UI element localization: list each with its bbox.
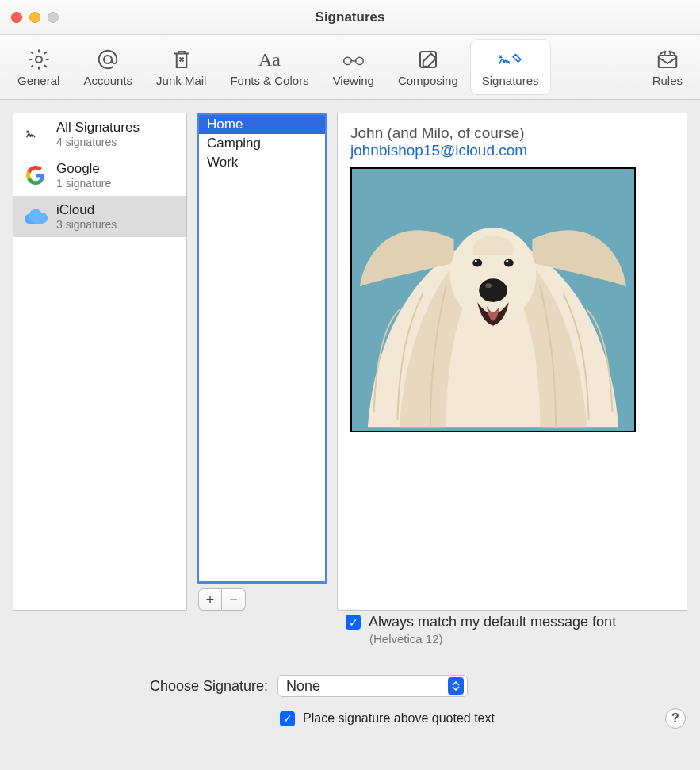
match-font-detail: (Helvetica 12) — [369, 632, 686, 645]
preferences-toolbar: General Accounts Junk Mail Aa Fonts & Co… — [0, 35, 700, 100]
choose-signature-select[interactable]: None — [277, 675, 468, 697]
signature-preview[interactable]: John (and Milo, of course) johnbishop15@… — [337, 113, 687, 611]
preview-line-1: John (and Milo, of course) — [350, 125, 674, 142]
match-font-checkbox[interactable]: ✓ — [346, 615, 361, 630]
tab-accounts[interactable]: Accounts — [72, 40, 143, 94]
tab-fonts-colors[interactable]: Aa Fonts & Colors — [219, 40, 319, 94]
svg-point-1 — [104, 56, 112, 63]
add-remove-controls: + − — [197, 584, 327, 611]
place-above-checkbox[interactable]: ✓ — [280, 711, 295, 726]
rules-icon — [655, 47, 680, 72]
gear-icon — [26, 47, 52, 72]
signature-icon — [498, 47, 523, 72]
svg-point-8 — [479, 278, 507, 302]
signature-list: Home Camping Work — [197, 113, 327, 584]
signature-item-work[interactable]: Work — [199, 153, 325, 172]
add-signature-button[interactable]: + — [198, 588, 222, 611]
preview-image — [350, 167, 636, 432]
tab-rules[interactable]: Rules — [641, 40, 694, 94]
remove-signature-button[interactable]: − — [222, 588, 246, 611]
google-icon — [23, 163, 48, 188]
account-count: 1 signature — [56, 177, 111, 190]
svg-point-2 — [344, 57, 351, 64]
signature-item-camping[interactable]: Camping — [199, 134, 325, 153]
tab-composing[interactable]: Composing — [387, 40, 469, 94]
svg-point-11 — [504, 259, 514, 267]
svg-rect-5 — [659, 56, 677, 67]
place-above-row: ✓ Place signature above quoted text ? — [0, 703, 700, 740]
svg-point-9 — [485, 283, 492, 288]
icloud-icon — [23, 204, 48, 229]
svg-point-12 — [475, 260, 477, 262]
at-icon — [95, 47, 120, 72]
select-stepper-icon — [448, 677, 464, 695]
place-above-label: Place signature above quoted text — [303, 711, 495, 726]
tab-junk-mail[interactable]: Junk Mail — [145, 40, 217, 94]
account-all-signatures[interactable]: All Signatures 4 signatures — [13, 113, 186, 155]
separator — [14, 657, 686, 657]
svg-point-3 — [356, 57, 363, 64]
signatures-main: All Signatures 4 signatures Google 1 sig… — [0, 100, 700, 614]
account-count: 3 signatures — [56, 218, 117, 231]
choose-signature-value: None — [286, 678, 320, 695]
tab-general[interactable]: General — [6, 40, 71, 94]
account-name: Google — [56, 161, 111, 177]
signature-options: ✓ Always match my default message font (… — [0, 614, 700, 672]
help-button[interactable]: ? — [665, 708, 686, 729]
tab-viewing[interactable]: Viewing — [322, 40, 385, 94]
signature-list-column: Home Camping Work + − — [197, 113, 327, 611]
account-icloud[interactable]: iCloud 3 signatures — [13, 196, 186, 237]
trash-x-icon — [169, 47, 194, 72]
preview-email-link[interactable]: johnbishop15@icloud.com — [350, 142, 527, 159]
svg-point-0 — [36, 56, 42, 63]
account-name: All Signatures — [56, 120, 140, 136]
glasses-icon — [341, 47, 366, 72]
compose-icon — [415, 47, 441, 72]
fonts-icon: Aa — [257, 47, 282, 72]
match-font-row: ✓ Always match my default message font — [346, 614, 686, 630]
window-title: Signatures — [0, 10, 700, 25]
signature-small-icon — [23, 121, 48, 147]
svg-point-10 — [472, 259, 482, 267]
svg-point-13 — [506, 260, 508, 262]
match-font-label: Always match my default message font — [369, 614, 616, 630]
account-name: iCloud — [56, 202, 117, 218]
tab-signatures[interactable]: Signatures — [471, 40, 550, 94]
accounts-list: All Signatures 4 signatures Google 1 sig… — [13, 113, 187, 611]
titlebar: Signatures — [0, 0, 700, 35]
account-count: 4 signatures — [56, 136, 140, 148]
choose-signature-label: Choose Signature: — [14, 678, 268, 695]
account-google[interactable]: Google 1 signature — [13, 155, 186, 196]
choose-signature-row: Choose Signature: None — [0, 672, 700, 703]
signature-item-home[interactable]: Home — [199, 115, 325, 134]
